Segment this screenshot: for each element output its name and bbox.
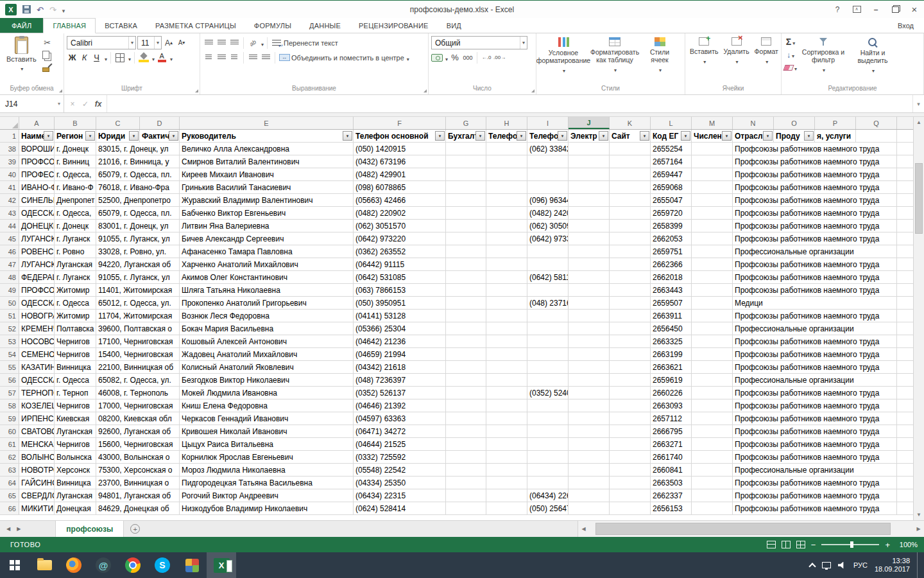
cell-I61[interactable]	[527, 438, 569, 450]
cell-I55[interactable]	[527, 361, 569, 373]
align-middle-icon[interactable]	[218, 40, 226, 46]
cell-A43[interactable]: ОДЕССКА	[19, 207, 55, 219]
fill-color-icon[interactable]	[139, 53, 149, 62]
underline-button[interactable]: Ч	[91, 52, 102, 64]
cell-H43[interactable]	[486, 207, 527, 219]
horizontal-scrollbar[interactable]	[578, 521, 924, 537]
cell-H63[interactable]	[486, 464, 527, 476]
cell-A42[interactable]: СИНЕЛЬН	[19, 194, 55, 206]
cell-K41[interactable]	[610, 181, 651, 193]
cell-N50[interactable]: Медици	[733, 297, 897, 309]
cell-M40[interactable]	[692, 168, 733, 180]
cell-L51[interactable]: 2663911	[651, 310, 692, 322]
cell-I53[interactable]	[527, 335, 569, 347]
filter-button-E[interactable]	[343, 131, 352, 141]
cell-B66[interactable]: Донецкая	[55, 502, 96, 514]
cell-K63[interactable]	[610, 464, 651, 476]
cell-N66[interactable]: Профсоюзы работников наемного труда	[733, 502, 897, 514]
cell-E55[interactable]: Колисный Анатолий Яковлевич	[180, 361, 354, 373]
header-cell-J[interactable]: Электр	[569, 130, 610, 142]
row-header-61[interactable]: 61	[0, 438, 19, 450]
cell-F51[interactable]: (04141) 53128	[354, 310, 446, 322]
cell-F46[interactable]: (0362) 263552	[354, 245, 446, 258]
page-break-view-icon[interactable]	[796, 541, 805, 548]
cell-B40[interactable]: г. Одесса,	[55, 168, 96, 180]
cell-K39[interactable]	[610, 155, 651, 168]
cell-K59[interactable]	[610, 412, 651, 425]
orientation-dropdown-icon[interactable]	[260, 37, 264, 49]
zoom-in-icon[interactable]	[885, 540, 890, 550]
orientation-icon[interactable]: ab	[244, 35, 261, 51]
cell-H52[interactable]	[486, 322, 527, 335]
cell-M50[interactable]	[692, 297, 733, 309]
cell-M61[interactable]	[692, 438, 733, 450]
filter-button-M[interactable]	[722, 131, 732, 141]
ribbon-tab-home[interactable]: ГЛАВНАЯ	[43, 18, 96, 33]
cell-B57[interactable]: г. Терноп	[55, 387, 96, 399]
cell-I47[interactable]	[527, 258, 569, 270]
expand-formula-bar-icon[interactable]	[912, 95, 924, 112]
cell-N65[interactable]: Профсоюзы работников наемного труда	[733, 489, 897, 502]
header-cell-D[interactable]: Фактич	[140, 130, 180, 142]
cell-G46[interactable]	[446, 245, 486, 258]
cell-N38[interactable]: Профсоюзы работников наемного труда	[733, 143, 897, 155]
cell-N58[interactable]: Профсоюзы работников наемного труда	[733, 399, 897, 412]
cell-E63[interactable]: Мороз Людмила Николаевна	[180, 464, 354, 476]
row-header-63[interactable]: 63	[0, 464, 19, 476]
cell-E61[interactable]: Цыцух Раиса Витальевна	[180, 438, 354, 450]
cell-M65[interactable]	[692, 489, 733, 502]
cell-I63[interactable]	[527, 464, 569, 476]
cell-E57[interactable]: Мокей Людмила Ивановна	[180, 387, 354, 399]
cell-M49[interactable]	[692, 284, 733, 296]
header-cell-I[interactable]: Телефо	[527, 130, 569, 142]
cell-L44[interactable]: 2658399	[651, 220, 692, 232]
row-header-1[interactable]: 1	[0, 130, 19, 142]
cell-G60[interactable]	[446, 425, 486, 437]
cell-E42[interactable]: Журавский Владимир Валентинович	[180, 194, 354, 206]
column-header-H[interactable]: H	[486, 117, 527, 129]
cell-C53[interactable]: 17100, Черниговская	[96, 335, 180, 347]
cell-K61[interactable]	[610, 438, 651, 450]
row-header-40[interactable]: 40	[0, 168, 19, 180]
cell-E62[interactable]: Корнилюк Ярослав Евгеньевич	[180, 451, 354, 463]
cell-I51[interactable]	[527, 310, 569, 322]
cell-F55[interactable]: (04342) 21618	[354, 361, 446, 373]
cell-J39[interactable]	[569, 155, 610, 168]
mail-agent-button[interactable]	[89, 552, 118, 578]
cell-C42[interactable]: 52500, Днепропетро	[96, 194, 180, 206]
cell-E51[interactable]: Вознюк Леся Федоровна	[180, 310, 354, 322]
cell-G52[interactable]	[446, 322, 486, 335]
cell-L54[interactable]: 2663199	[651, 348, 692, 360]
cell-J54[interactable]	[569, 348, 610, 360]
cell-E52[interactable]: Бокач Мария Васильевна	[180, 322, 354, 335]
cell-I38[interactable]: (062) 3384224	[527, 143, 569, 155]
cell-N56[interactable]: Профессиональные организации	[733, 374, 897, 386]
row-header-44[interactable]: 44	[0, 220, 19, 232]
cell-F61[interactable]: (04644) 21525	[354, 438, 446, 450]
conditional-formatting-button[interactable]: Условное форматирование	[539, 35, 588, 75]
filter-button-A[interactable]	[44, 131, 53, 141]
cell-H41[interactable]	[486, 181, 527, 193]
autosum-icon[interactable]	[786, 36, 791, 48]
cell-G50[interactable]	[446, 297, 486, 309]
align-bottom-icon[interactable]	[230, 40, 239, 46]
cell-F58[interactable]: (04646) 21392	[354, 399, 446, 412]
ribbon-tab-page-layout[interactable]: РАЗМЕТКА СТРАНИЦЫ	[146, 18, 245, 33]
sort-filter-button[interactable]: Сортировка и фильтр	[798, 35, 848, 74]
cell-H40[interactable]	[486, 168, 527, 180]
cell-N48[interactable]: Профсоюзы работников наемного труда	[733, 271, 897, 283]
cell-C64[interactable]: 23700, Винницкая о	[96, 477, 180, 489]
cell-H66[interactable]	[486, 502, 527, 514]
cell-H59[interactable]	[486, 412, 527, 425]
cell-F49[interactable]: (063) 7866153	[354, 284, 446, 296]
cell-A39[interactable]: ПРОФСОЮ	[19, 155, 55, 168]
cut-icon[interactable]	[42, 37, 53, 48]
start-button[interactable]	[0, 552, 30, 578]
filter-button-L[interactable]	[681, 131, 690, 141]
cell-N63[interactable]: Профессиональные организации	[733, 464, 897, 476]
cell-C39[interactable]: 21016, г. Винница, у	[96, 155, 180, 168]
previous-sheet-icon[interactable]	[6, 526, 10, 532]
row-header-60[interactable]: 60	[0, 425, 19, 437]
filter-button-B[interactable]	[85, 131, 95, 141]
cell-E56[interactable]: Безгодков Виктор Николаевич	[180, 374, 354, 386]
